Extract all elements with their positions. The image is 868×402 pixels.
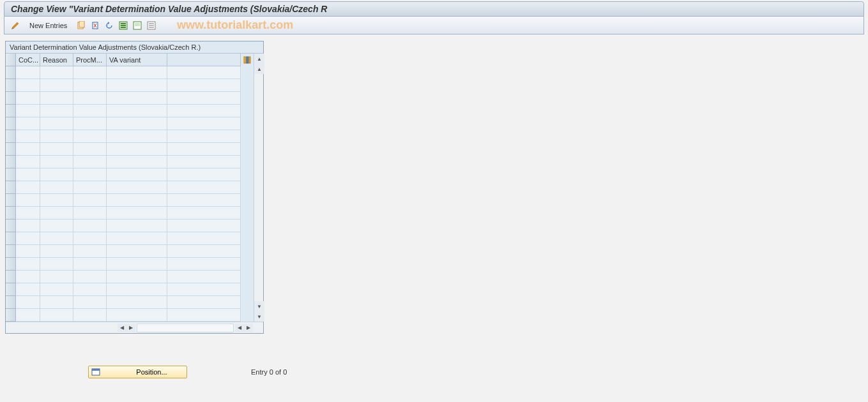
cell-reason[interactable]	[40, 232, 73, 245]
row-selector[interactable]	[6, 181, 16, 194]
row-selector[interactable]	[6, 220, 16, 232]
cell-reason[interactable]	[40, 168, 73, 181]
col-header-procm[interactable]: ProcM...	[73, 54, 107, 66]
table-row[interactable]	[6, 271, 254, 283]
cell-procm[interactable]	[73, 117, 107, 130]
table-row[interactable]	[6, 283, 254, 296]
table-row[interactable]	[6, 181, 254, 194]
col-header-reason[interactable]: Reason	[40, 54, 73, 66]
cell-procm[interactable]	[73, 194, 107, 207]
cell-va[interactable]	[107, 245, 167, 258]
row-selector[interactable]	[6, 156, 16, 168]
cell-coc[interactable]	[16, 130, 40, 143]
cell-va[interactable]	[107, 143, 167, 156]
cell-reason[interactable]	[40, 79, 73, 92]
horizontal-scrollbar[interactable]: ◀ ▶ ◀ ▶	[6, 322, 263, 333]
cell-coc[interactable]	[16, 194, 40, 207]
configure-columns-icon[interactable]	[241, 54, 254, 66]
table-row[interactable]	[6, 130, 254, 143]
cell-reason[interactable]	[40, 181, 73, 194]
table-row[interactable]	[6, 66, 254, 79]
cell-va[interactable]	[107, 232, 167, 245]
cell-va[interactable]	[107, 271, 167, 283]
cell-coc[interactable]	[16, 105, 40, 117]
select-all-cell[interactable]	[6, 54, 16, 66]
table-row[interactable]	[6, 117, 254, 130]
vertical-scrollbar[interactable]: ▲ ▲ ▼ ▼	[254, 54, 263, 322]
scroll-up-icon[interactable]: ▲	[254, 64, 264, 74]
cell-procm[interactable]	[73, 181, 107, 194]
cell-procm[interactable]	[73, 207, 107, 220]
cell-va[interactable]	[107, 220, 167, 232]
table-row[interactable]	[6, 92, 254, 105]
cell-reason[interactable]	[40, 117, 73, 130]
cell-procm[interactable]	[73, 168, 107, 181]
cell-reason[interactable]	[40, 92, 73, 105]
table-row[interactable]	[6, 232, 254, 245]
row-selector[interactable]	[6, 79, 16, 92]
cell-coc[interactable]	[16, 79, 40, 92]
cell-va[interactable]	[107, 283, 167, 296]
scroll-down-icon[interactable]: ▼	[254, 301, 264, 311]
cell-procm[interactable]	[73, 92, 107, 105]
row-selector[interactable]	[6, 309, 16, 322]
cell-procm[interactable]	[73, 130, 107, 143]
cell-reason[interactable]	[40, 156, 73, 168]
cell-procm[interactable]	[73, 143, 107, 156]
col-header-coc[interactable]: CoC...	[16, 54, 40, 66]
cell-coc[interactable]	[16, 232, 40, 245]
cell-coc[interactable]	[16, 168, 40, 181]
table-row[interactable]	[6, 245, 254, 258]
row-selector[interactable]	[6, 207, 16, 220]
cell-procm[interactable]	[73, 220, 107, 232]
cell-va[interactable]	[107, 194, 167, 207]
table-row[interactable]	[6, 309, 254, 322]
scroll-left-icon[interactable]: ◀	[118, 324, 126, 332]
select-all-icon[interactable]	[118, 20, 129, 31]
row-selector[interactable]	[6, 245, 16, 258]
cell-procm[interactable]	[73, 271, 107, 283]
cell-va[interactable]	[107, 207, 167, 220]
cell-va[interactable]	[107, 130, 167, 143]
row-selector[interactable]	[6, 92, 16, 105]
scroll-down-icon[interactable]: ▼	[254, 311, 264, 322]
col-header-va[interactable]: VA variant	[107, 54, 167, 66]
cell-va[interactable]	[107, 309, 167, 322]
cell-reason[interactable]	[40, 130, 73, 143]
scroll-right-icon[interactable]: ▶	[126, 324, 135, 332]
cell-va[interactable]	[107, 181, 167, 194]
cell-reason[interactable]	[40, 283, 73, 296]
select-block-icon[interactable]	[132, 20, 143, 31]
copy-as-icon[interactable]	[75, 20, 87, 31]
cell-reason[interactable]	[40, 296, 73, 309]
cell-coc[interactable]	[16, 207, 40, 220]
cell-va[interactable]	[107, 168, 167, 181]
scroll-track[interactable]	[137, 324, 234, 332]
cell-coc[interactable]	[16, 309, 40, 322]
delete-icon[interactable]	[89, 20, 101, 31]
row-selector[interactable]	[6, 271, 16, 283]
cell-reason[interactable]	[40, 309, 73, 322]
new-entries-button[interactable]: New Entries	[24, 20, 73, 31]
cell-procm[interactable]	[73, 79, 107, 92]
cell-coc[interactable]	[16, 258, 40, 271]
table-row[interactable]	[6, 220, 254, 232]
data-grid[interactable]: CoC...ReasonProcM...VA variant	[6, 54, 254, 322]
cell-procm[interactable]	[73, 309, 107, 322]
cell-va[interactable]	[107, 66, 167, 79]
cell-reason[interactable]	[40, 207, 73, 220]
cell-procm[interactable]	[73, 105, 107, 117]
cell-va[interactable]	[107, 258, 167, 271]
cell-va[interactable]	[107, 105, 167, 117]
cell-coc[interactable]	[16, 271, 40, 283]
cell-coc[interactable]	[16, 156, 40, 168]
scroll-up-icon[interactable]: ▲	[254, 54, 264, 64]
cell-coc[interactable]	[16, 296, 40, 309]
table-row[interactable]	[6, 105, 254, 117]
cell-coc[interactable]	[16, 283, 40, 296]
cell-va[interactable]	[107, 156, 167, 168]
cell-coc[interactable]	[16, 92, 40, 105]
cell-reason[interactable]	[40, 245, 73, 258]
cell-procm[interactable]	[73, 258, 107, 271]
cell-procm[interactable]	[73, 232, 107, 245]
